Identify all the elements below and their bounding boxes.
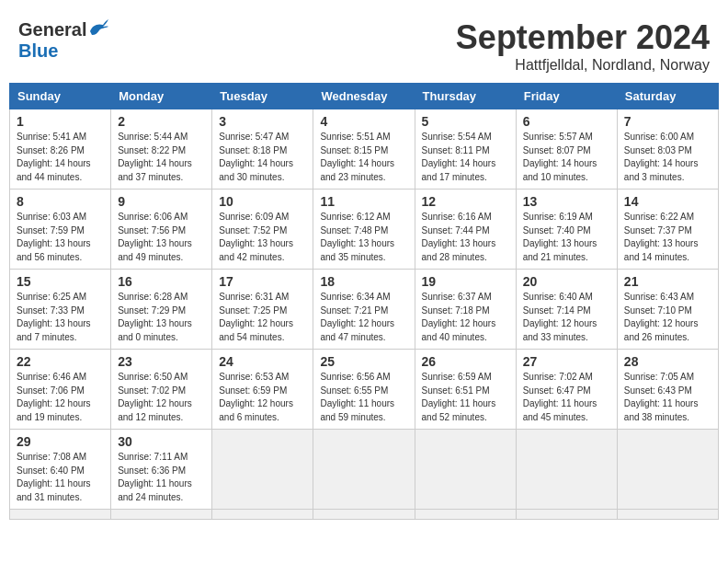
month-title: September 2024 <box>456 18 710 57</box>
day-info: Sunrise: 6:19 AMSunset: 7:40 PMDaylight:… <box>523 211 610 264</box>
day-info: Sunrise: 6:34 AMSunset: 7:21 PMDaylight:… <box>320 291 407 344</box>
calendar-cell: 23Sunrise: 6:50 AMSunset: 7:02 PMDayligh… <box>111 350 212 430</box>
calendar-cell: 18Sunrise: 6:34 AMSunset: 7:21 PMDayligh… <box>313 270 415 350</box>
calendar-cell <box>10 510 111 520</box>
calendar-cell: 30Sunrise: 7:11 AMSunset: 6:36 PMDayligh… <box>111 430 212 510</box>
logo-bird-icon <box>88 18 108 40</box>
calendar-cell: 3Sunrise: 5:47 AMSunset: 8:18 PMDaylight… <box>212 109 313 190</box>
calendar-cell: 14Sunrise: 6:22 AMSunset: 7:37 PMDayligh… <box>617 190 718 270</box>
day-number: 15 <box>17 274 104 289</box>
calendar-cell: 5Sunrise: 5:54 AMSunset: 8:11 PMDaylight… <box>415 109 516 190</box>
day-number: 13 <box>523 194 610 209</box>
day-info: Sunrise: 5:44 AMSunset: 8:22 PMDaylight:… <box>118 131 205 184</box>
day-info: Sunrise: 6:25 AMSunset: 7:33 PMDaylight:… <box>17 291 104 344</box>
day-info: Sunrise: 6:37 AMSunset: 7:18 PMDaylight:… <box>422 291 509 344</box>
calendar-row: 29Sunrise: 7:08 AMSunset: 6:40 PMDayligh… <box>10 430 719 510</box>
day-number: 2 <box>118 114 205 129</box>
calendar-cell: 6Sunrise: 5:57 AMSunset: 8:07 PMDaylight… <box>516 109 617 190</box>
calendar-cell: 29Sunrise: 7:08 AMSunset: 6:40 PMDayligh… <box>10 430 111 510</box>
day-number: 9 <box>118 194 205 209</box>
day-info: Sunrise: 6:53 AMSunset: 6:59 PMDaylight:… <box>219 371 306 424</box>
calendar-cell: 24Sunrise: 6:53 AMSunset: 6:59 PMDayligh… <box>212 350 313 430</box>
day-number: 10 <box>219 194 306 209</box>
day-number: 19 <box>422 274 509 289</box>
day-info: Sunrise: 7:11 AMSunset: 6:36 PMDaylight:… <box>118 451 205 504</box>
weekday-header: Wednesday <box>313 84 415 109</box>
day-number: 16 <box>118 274 205 289</box>
calendar-cell: 9Sunrise: 6:06 AMSunset: 7:56 PMDaylight… <box>111 190 212 270</box>
day-info: Sunrise: 6:59 AMSunset: 6:51 PMDaylight:… <box>422 371 509 424</box>
day-info: Sunrise: 7:02 AMSunset: 6:47 PMDaylight:… <box>523 371 610 424</box>
day-info: Sunrise: 6:56 AMSunset: 6:55 PMDaylight:… <box>320 371 407 424</box>
calendar-row: 15Sunrise: 6:25 AMSunset: 7:33 PMDayligh… <box>10 270 719 350</box>
day-info: Sunrise: 6:31 AMSunset: 7:25 PMDaylight:… <box>219 291 306 344</box>
calendar-cell: 1Sunrise: 5:41 AMSunset: 8:26 PMDaylight… <box>10 109 111 190</box>
day-number: 18 <box>320 274 407 289</box>
calendar-cell: 21Sunrise: 6:43 AMSunset: 7:10 PMDayligh… <box>617 270 718 350</box>
weekday-header: Monday <box>111 84 212 109</box>
calendar-cell: 17Sunrise: 6:31 AMSunset: 7:25 PMDayligh… <box>212 270 313 350</box>
calendar-row: 8Sunrise: 6:03 AMSunset: 7:59 PMDaylight… <box>10 190 719 270</box>
calendar-cell: 25Sunrise: 6:56 AMSunset: 6:55 PMDayligh… <box>313 350 415 430</box>
page-header: General Blue September 2024 Hattfjelldal… <box>9 9 719 78</box>
calendar-cell: 11Sunrise: 6:12 AMSunset: 7:48 PMDayligh… <box>313 190 415 270</box>
day-number: 29 <box>17 434 104 449</box>
day-number: 3 <box>219 114 306 129</box>
weekday-header-row: SundayMondayTuesdayWednesdayThursdayFrid… <box>10 84 719 109</box>
title-block: September 2024 Hattfjelldal, Nordland, N… <box>456 18 710 74</box>
calendar-cell <box>617 430 718 510</box>
day-info: Sunrise: 7:08 AMSunset: 6:40 PMDaylight:… <box>17 451 104 504</box>
calendar-cell <box>516 510 617 520</box>
day-number: 28 <box>624 354 711 369</box>
day-info: Sunrise: 6:06 AMSunset: 7:56 PMDaylight:… <box>118 211 205 264</box>
calendar-cell: 2Sunrise: 5:44 AMSunset: 8:22 PMDaylight… <box>111 109 212 190</box>
calendar-cell: 13Sunrise: 6:19 AMSunset: 7:40 PMDayligh… <box>516 190 617 270</box>
calendar-row: 1Sunrise: 5:41 AMSunset: 8:26 PMDaylight… <box>10 109 719 190</box>
calendar-cell <box>617 510 718 520</box>
day-info: Sunrise: 6:16 AMSunset: 7:44 PMDaylight:… <box>422 211 509 264</box>
day-info: Sunrise: 6:40 AMSunset: 7:14 PMDaylight:… <box>523 291 610 344</box>
calendar-cell: 16Sunrise: 6:28 AMSunset: 7:29 PMDayligh… <box>111 270 212 350</box>
day-number: 27 <box>523 354 610 369</box>
calendar-cell <box>313 430 415 510</box>
day-info: Sunrise: 6:03 AMSunset: 7:59 PMDaylight:… <box>17 211 104 264</box>
day-number: 5 <box>422 114 509 129</box>
day-number: 25 <box>320 354 407 369</box>
calendar-cell <box>415 510 516 520</box>
day-number: 12 <box>422 194 509 209</box>
calendar-cell: 20Sunrise: 6:40 AMSunset: 7:14 PMDayligh… <box>516 270 617 350</box>
logo: General Blue <box>18 18 108 62</box>
calendar-cell: 12Sunrise: 6:16 AMSunset: 7:44 PMDayligh… <box>415 190 516 270</box>
calendar-cell: 10Sunrise: 6:09 AMSunset: 7:52 PMDayligh… <box>212 190 313 270</box>
weekday-header: Sunday <box>10 84 111 109</box>
day-info: Sunrise: 6:12 AMSunset: 7:48 PMDaylight:… <box>320 211 407 264</box>
day-info: Sunrise: 5:41 AMSunset: 8:26 PMDaylight:… <box>17 131 104 184</box>
weekday-header: Tuesday <box>212 84 313 109</box>
calendar-cell: 27Sunrise: 7:02 AMSunset: 6:47 PMDayligh… <box>516 350 617 430</box>
day-info: Sunrise: 6:09 AMSunset: 7:52 PMDaylight:… <box>219 211 306 264</box>
calendar-cell <box>212 430 313 510</box>
day-info: Sunrise: 6:22 AMSunset: 7:37 PMDaylight:… <box>624 211 711 264</box>
day-info: Sunrise: 7:05 AMSunset: 6:43 PMDaylight:… <box>624 371 711 424</box>
day-number: 20 <box>523 274 610 289</box>
calendar-cell: 19Sunrise: 6:37 AMSunset: 7:18 PMDayligh… <box>415 270 516 350</box>
day-info: Sunrise: 6:28 AMSunset: 7:29 PMDaylight:… <box>118 291 205 344</box>
calendar-cell: 22Sunrise: 6:46 AMSunset: 7:06 PMDayligh… <box>10 350 111 430</box>
calendar-table: SundayMondayTuesdayWednesdayThursdayFrid… <box>9 83 719 520</box>
calendar-cell <box>516 430 617 510</box>
calendar-cell: 7Sunrise: 6:00 AMSunset: 8:03 PMDaylight… <box>617 109 718 190</box>
day-info: Sunrise: 5:57 AMSunset: 8:07 PMDaylight:… <box>523 131 610 184</box>
weekday-header: Saturday <box>617 84 718 109</box>
day-info: Sunrise: 5:47 AMSunset: 8:18 PMDaylight:… <box>219 131 306 184</box>
day-info: Sunrise: 5:54 AMSunset: 8:11 PMDaylight:… <box>422 131 509 184</box>
logo-blue: Blue <box>18 40 58 61</box>
calendar-cell: 26Sunrise: 6:59 AMSunset: 6:51 PMDayligh… <box>415 350 516 430</box>
day-number: 4 <box>320 114 407 129</box>
day-number: 8 <box>17 194 104 209</box>
day-number: 30 <box>118 434 205 449</box>
calendar-cell: 15Sunrise: 6:25 AMSunset: 7:33 PMDayligh… <box>10 270 111 350</box>
day-number: 1 <box>17 114 104 129</box>
day-number: 11 <box>320 194 407 209</box>
day-number: 21 <box>624 274 711 289</box>
calendar-cell <box>415 430 516 510</box>
